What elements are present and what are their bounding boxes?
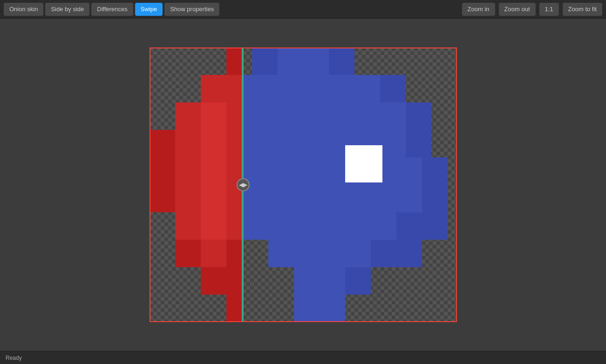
differences-button[interactable]: Differences (91, 3, 133, 16)
svg-rect-27 (175, 185, 201, 212)
svg-rect-74 (294, 157, 320, 185)
svg-rect-16 (201, 130, 226, 157)
status-text: Ready (6, 355, 22, 361)
toolbar: Onion skin Side by side Differences Swip… (0, 0, 606, 19)
svg-rect-84 (320, 185, 345, 212)
svg-rect-78 (396, 157, 422, 185)
pixel-art-canvas (150, 47, 457, 322)
svg-rect-45 (329, 47, 354, 75)
zoom-out-button[interactable]: Zoom out (499, 3, 536, 16)
svg-rect-101 (371, 240, 396, 267)
svg-rect-91 (294, 212, 320, 240)
svg-rect-83 (294, 185, 320, 212)
svg-rect-89 (243, 212, 268, 240)
svg-rect-22 (201, 157, 226, 185)
svg-rect-55 (252, 102, 278, 130)
svg-rect-50 (329, 75, 354, 102)
svg-rect-105 (345, 267, 371, 295)
svg-rect-51 (354, 75, 380, 102)
canvas-wrapper: ◀▶ (150, 47, 457, 322)
svg-rect-94 (371, 212, 396, 240)
svg-rect-71 (406, 130, 431, 157)
svg-rect-75 (320, 157, 345, 185)
svg-rect-106 (294, 295, 320, 322)
svg-rect-61 (406, 102, 431, 130)
svg-rect-87 (396, 185, 422, 212)
svg-rect-14 (150, 130, 175, 157)
svg-rect-95 (396, 212, 422, 240)
swipe-arrows-icon: ◀▶ (239, 182, 247, 188)
svg-rect-58 (329, 102, 354, 130)
svg-rect-104 (320, 267, 345, 295)
svg-rect-98 (294, 240, 320, 267)
svg-rect-79 (422, 157, 448, 185)
svg-rect-52 (380, 75, 406, 102)
svg-rect-103 (294, 267, 320, 295)
svg-rect-48 (278, 75, 303, 102)
svg-rect-73 (268, 157, 294, 185)
svg-rect-70 (380, 130, 406, 157)
svg-rect-56 (278, 102, 303, 130)
svg-rect-59 (354, 102, 380, 130)
side-by-side-button[interactable]: Side by side (45, 3, 89, 16)
svg-rect-99 (320, 240, 345, 267)
svg-rect-47 (252, 75, 278, 102)
svg-rect-66 (278, 130, 303, 157)
onion-skin-button[interactable]: Onion skin (4, 3, 43, 16)
svg-rect-10 (175, 102, 201, 130)
svg-rect-39 (201, 267, 226, 295)
svg-rect-102 (396, 240, 422, 267)
svg-rect-80 (345, 145, 382, 182)
zoom-in-button[interactable]: Zoom in (462, 3, 495, 16)
svg-rect-11 (201, 102, 226, 130)
svg-rect-43 (278, 47, 303, 75)
statusbar: Ready (0, 351, 606, 364)
swipe-divider[interactable]: ◀▶ (243, 47, 244, 322)
svg-rect-36 (175, 240, 201, 267)
svg-rect-92 (320, 212, 345, 240)
svg-rect-86 (371, 185, 396, 212)
swipe-button[interactable]: Swipe (135, 3, 163, 16)
svg-rect-96 (422, 212, 448, 240)
svg-rect-57 (303, 102, 329, 130)
svg-rect-32 (175, 212, 201, 240)
svg-rect-65 (252, 130, 278, 157)
svg-rect-7 (201, 75, 226, 102)
zoom-to-fit-button[interactable]: Zoom to fit (563, 3, 602, 16)
svg-rect-28 (201, 185, 226, 212)
svg-rect-90 (268, 212, 294, 240)
show-properties-button[interactable]: Show properties (164, 3, 219, 16)
svg-rect-97 (268, 240, 294, 267)
svg-rect-37 (201, 240, 226, 267)
svg-rect-15 (175, 130, 201, 157)
main-canvas-area: ◀▶ (0, 19, 606, 351)
svg-rect-60 (380, 102, 406, 130)
svg-rect-67 (303, 130, 329, 157)
svg-rect-93 (345, 212, 371, 240)
svg-rect-85 (345, 185, 371, 212)
zoom-1to1-button[interactable]: 1:1 (539, 3, 559, 16)
svg-rect-42 (252, 47, 278, 75)
svg-rect-33 (201, 212, 226, 240)
svg-rect-20 (150, 157, 175, 185)
svg-rect-82 (268, 185, 294, 212)
svg-rect-21 (175, 157, 201, 185)
svg-rect-88 (422, 185, 448, 212)
swipe-handle[interactable]: ◀▶ (237, 178, 250, 191)
svg-rect-26 (150, 185, 175, 212)
svg-rect-100 (345, 240, 371, 267)
svg-rect-44 (303, 47, 329, 75)
svg-rect-49 (303, 75, 329, 102)
svg-rect-107 (320, 295, 345, 322)
